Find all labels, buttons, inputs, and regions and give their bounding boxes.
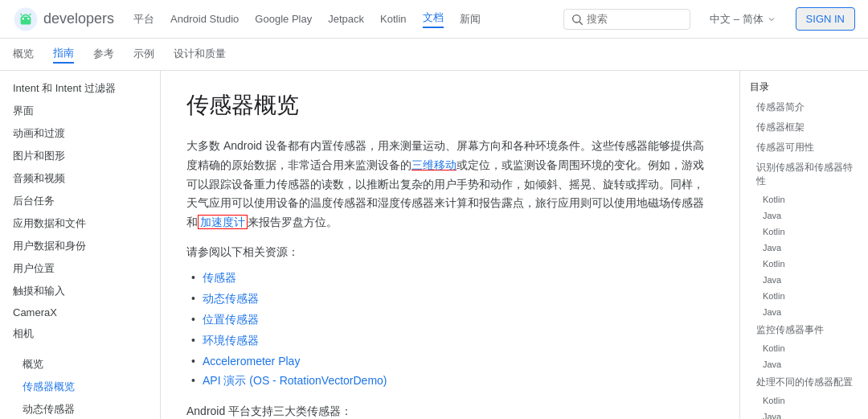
sidebar-item-user-location[interactable]: 用户位置 — [0, 257, 160, 280]
sidebar-item-camera[interactable]: 相机 — [0, 322, 160, 345]
intro-link-accelerometer[interactable]: 加速度计 — [198, 215, 248, 229]
toc-java-6[interactable]: Java — [740, 409, 868, 419]
toc-identify-sensors[interactable]: 识别传感器和传感器特性 — [740, 158, 868, 191]
sensor-types-label: Android 平台支持三大类传感器： — [186, 405, 714, 419]
svg-point-3 — [27, 18, 29, 19]
intro-link-3d-movement[interactable]: 三维移动 — [411, 158, 457, 172]
nav-link-android-studio[interactable]: Android Studio — [170, 13, 239, 25]
sidebar-item-sensors[interactable] — [0, 345, 160, 353]
toc-sensor-intro[interactable]: 传感器简介 — [740, 97, 868, 117]
second-navigation: 概览 指南 参考 示例 设计和质量 — [0, 39, 868, 71]
chevron-down-icon — [767, 14, 776, 24]
list-item-accelerometer-play: Accelerometer Play — [203, 351, 714, 371]
nav-link-google-play[interactable]: Google Play — [255, 13, 312, 25]
list-item-sensor: 传感器 — [203, 268, 714, 289]
toc-kotlin-3[interactable]: Kotlin — [740, 256, 868, 272]
sidebar-item-background[interactable]: 后台任务 — [0, 190, 160, 212]
toc-kotlin-1[interactable]: Kotlin — [740, 191, 868, 207]
toc-kotlin-4[interactable]: Kotlin — [740, 288, 868, 304]
toc-monitor-events[interactable]: 监控传感器事件 — [740, 320, 868, 340]
nav-link-kotlin[interactable]: Kotlin — [380, 13, 407, 25]
sidebar-item-app-data[interactable]: 应用数据和文件 — [0, 212, 160, 235]
list-item-env-sensor: 环境传感器 — [203, 331, 714, 351]
resource-link-accelerometer-play[interactable]: Accelerometer Play — [203, 355, 300, 368]
sidebar-item-sensors-overview[interactable]: 概览 — [0, 353, 160, 376]
resource-link-position-sensor[interactable]: 位置传感器 — [203, 313, 259, 327]
sidebar-item-motion-sensors[interactable]: 动态传感器 — [0, 398, 160, 419]
tab-reference[interactable]: 参考 — [93, 47, 114, 63]
resource-link-api-demo[interactable]: API 演示 (OS - RotationVectorDemo) — [203, 374, 387, 388]
toc-title[interactable]: 目录 — [740, 77, 868, 97]
search-icon — [571, 13, 583, 26]
svg-point-2 — [23, 18, 24, 19]
svg-point-6 — [573, 14, 580, 22]
android-logo-icon — [13, 6, 39, 32]
sidebar-item-ui[interactable]: 界面 — [0, 100, 160, 122]
intro-paragraph: 大多数 Android 设备都有内置传感器，用来测量运动、屏幕方向和各种环境条件… — [186, 137, 714, 232]
sidebar-item-touch[interactable]: 触摸和输入 — [0, 280, 160, 302]
language-selector[interactable]: 中文 – 简体 — [710, 12, 776, 27]
toc-kotlin-6[interactable]: Kotlin — [740, 392, 868, 409]
sidebar-item-sensor-overview-page[interactable]: 传感器概览 — [0, 376, 160, 398]
top-navigation: developers 平台 Android Studio Google Play… — [0, 0, 868, 39]
svg-rect-1 — [21, 16, 31, 24]
sign-in-button[interactable]: SIGN IN — [796, 7, 855, 31]
list-item-api-demo: API 演示 (OS - RotationVectorDemo) — [203, 371, 714, 392]
tab-overview[interactable]: 概览 — [13, 47, 34, 63]
tab-design-quality[interactable]: 设计和质量 — [174, 47, 226, 63]
sidebar-item-camerax[interactable]: CameraX — [0, 302, 160, 322]
toc-java-4[interactable]: Java — [740, 304, 868, 320]
top-nav-links: 平台 Android Studio Google Play Jetpack Ko… — [133, 10, 544, 28]
list-item-position-sensor: 位置传感器 — [203, 310, 714, 331]
right-toc-sidebar: 目录 传感器简介 传感器框架 传感器可用性 识别传感器和传感器特性 Kotlin… — [739, 71, 868, 419]
toc-java-2[interactable]: Java — [740, 240, 868, 256]
toc-java-3[interactable]: Java — [740, 272, 868, 288]
content-area: 传感器概览 大多数 Android 设备都有内置传感器，用来测量运动、屏幕方向和… — [161, 71, 739, 419]
search-box[interactable] — [563, 9, 690, 30]
nav-link-news[interactable]: 新闻 — [460, 12, 481, 27]
sidebar-item-images[interactable]: 图片和图形 — [0, 145, 160, 167]
toc-handle-config[interactable]: 处理不同的传感器配置 — [740, 372, 868, 392]
page-title: 传感器概览 — [186, 90, 714, 121]
sidebar-item-audio[interactable]: 音频和视频 — [0, 167, 160, 190]
toc-java-1[interactable]: Java — [740, 207, 868, 224]
nav-link-jetpack[interactable]: Jetpack — [328, 13, 364, 25]
search-input[interactable] — [587, 13, 683, 25]
toc-sensor-availability[interactable]: 传感器可用性 — [740, 138, 868, 158]
resource-link-env-sensor[interactable]: 环境传感器 — [203, 334, 259, 347]
left-sidebar: Intent 和 Intent 过滤器 界面 动画和过渡 图片和图形 音频和视频… — [0, 71, 161, 419]
resource-links-list: 传感器 动态传感器 位置传感器 环境传感器 Accelerometer Play… — [186, 268, 714, 392]
toc-kotlin-5[interactable]: Kotlin — [740, 340, 868, 356]
tab-guide[interactable]: 指南 — [53, 46, 74, 64]
lang-label: 中文 – 简体 — [710, 12, 763, 27]
resource-link-motion-sensor[interactable]: 动态传感器 — [203, 292, 259, 306]
logo-area[interactable]: developers — [13, 6, 114, 32]
nav-link-platform[interactable]: 平台 — [133, 12, 154, 27]
nav-link-docs[interactable]: 文档 — [423, 10, 444, 28]
resource-link-sensor[interactable]: 传感器 — [203, 271, 236, 285]
sidebar-item-animation[interactable]: 动画和过渡 — [0, 122, 160, 145]
toc-kotlin-2[interactable]: Kotlin — [740, 224, 868, 240]
toc-java-5[interactable]: Java — [740, 356, 868, 372]
resources-label: 请参阅以下相关资源： — [186, 245, 714, 260]
sidebar-item-user-data[interactable]: 用户数据和身份 — [0, 235, 160, 257]
main-layout: Intent 和 Intent 过滤器 界面 动画和过渡 图片和图形 音频和视频… — [0, 71, 868, 419]
sidebar-item-intent[interactable]: Intent 和 Intent 过滤器 — [0, 77, 160, 100]
svg-line-7 — [579, 22, 583, 25]
toc-sensor-framework[interactable]: 传感器框架 — [740, 117, 868, 138]
logo-text: developers — [43, 10, 114, 27]
tab-samples[interactable]: 示例 — [133, 47, 154, 63]
list-item-motion-sensor: 动态传感器 — [203, 289, 714, 310]
intro-text-3: 来报告罗盘方位。 — [248, 216, 338, 228]
